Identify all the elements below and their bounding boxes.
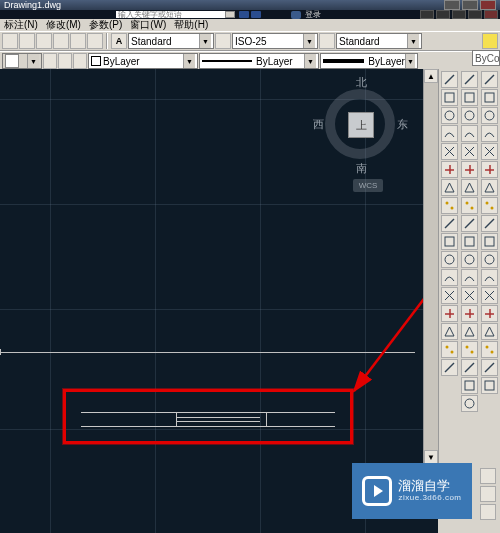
osnap-par-icon[interactable] — [481, 269, 498, 286]
window-max-icon[interactable] — [468, 10, 482, 19]
scroll-up-icon[interactable]: ▲ — [424, 69, 438, 83]
draw-ell2-icon[interactable] — [441, 233, 458, 250]
window-close-icon[interactable] — [484, 10, 498, 19]
draw-hatch-icon[interactable] — [441, 269, 458, 286]
osnap-perp-icon[interactable] — [481, 251, 498, 268]
view-cube-west[interactable]: 西 — [313, 117, 324, 132]
view-cube-east[interactable]: 东 — [397, 117, 408, 132]
draw-ins-icon[interactable] — [441, 359, 458, 376]
table-style-icon[interactable] — [319, 33, 335, 49]
osnap-mid-icon[interactable] — [481, 125, 498, 142]
help-icon[interactable] — [251, 11, 261, 18]
modify-expl-icon[interactable] — [461, 395, 478, 412]
osnap-ins2-icon[interactable] — [481, 287, 498, 304]
linetype-combo[interactable]: ByLayer ▼ — [199, 53, 319, 69]
draw-pline-icon[interactable] — [441, 107, 458, 124]
draw-region-icon[interactable] — [441, 305, 458, 322]
dropdown-style-combo[interactable]: Standard ▼ — [336, 33, 422, 49]
draw-grad-icon[interactable] — [441, 287, 458, 304]
help-button[interactable] — [436, 10, 450, 19]
modify-move-icon[interactable] — [461, 197, 478, 214]
save-icon[interactable] — [36, 33, 52, 49]
modify-rot-icon[interactable] — [461, 215, 478, 232]
scroll-track[interactable] — [424, 83, 438, 450]
new-icon[interactable] — [2, 33, 18, 49]
text-style-combo[interactable]: Standard ▼ — [128, 33, 214, 49]
refresh-icon[interactable] — [482, 33, 498, 49]
menu-help[interactable]: 帮助(H) — [174, 18, 208, 32]
modify-fil-icon[interactable] — [461, 377, 478, 394]
undo-icon[interactable] — [70, 33, 86, 49]
modify-off-icon[interactable] — [461, 161, 478, 178]
layer-combo[interactable]: ByLayer ▼ — [88, 53, 198, 69]
menu-window[interactable]: 窗口(W) — [130, 18, 166, 32]
osnap-qua-icon[interactable] — [481, 215, 498, 232]
menu-dimension[interactable]: 标注(N) — [4, 18, 38, 32]
vertical-scrollbar[interactable]: ▲ ▼ — [423, 69, 438, 464]
restore-button[interactable] — [462, 0, 478, 10]
modify-scale-icon[interactable] — [461, 233, 478, 250]
menu-param[interactable]: 参数(P) — [89, 18, 122, 32]
osnap-cen-icon[interactable] — [481, 197, 498, 214]
osnap-near-icon[interactable] — [481, 323, 498, 340]
search-dropdown[interactable] — [225, 11, 235, 18]
menu-modify[interactable]: 修改(M) — [46, 18, 81, 32]
palette-icon-3[interactable] — [480, 504, 496, 520]
draw-spline-icon[interactable] — [441, 197, 458, 214]
draw-poly-icon[interactable] — [441, 125, 458, 142]
draw-ell-icon[interactable] — [441, 215, 458, 232]
print-icon[interactable] — [53, 33, 69, 49]
wcs-label[interactable]: WCS — [353, 179, 383, 192]
modify-brk-icon[interactable] — [461, 305, 478, 322]
redo-icon[interactable] — [87, 33, 103, 49]
osnap-snap-icon[interactable] — [481, 89, 498, 106]
palette-icon-1[interactable] — [480, 468, 496, 484]
modify-del-icon[interactable] — [461, 107, 478, 124]
text-style-icon[interactable]: A — [111, 33, 127, 49]
lineweight-combo[interactable]: ByLayer ▼ — [320, 53, 418, 69]
dim-style-icon[interactable] — [215, 33, 231, 49]
draw-table-icon[interactable] — [441, 323, 458, 340]
view-cube[interactable]: 上 北 南 东 西 WCS — [313, 77, 408, 172]
draw-line-icon[interactable] — [441, 71, 458, 88]
modify-copy-icon[interactable] — [461, 125, 478, 142]
plot-style-combo[interactable]: ByCol — [472, 50, 500, 66]
draw-circ-icon[interactable] — [441, 179, 458, 196]
osnap-app-icon[interactable] — [481, 161, 498, 178]
modify-dyn-icon[interactable] — [461, 89, 478, 106]
layer-prop-icon[interactable] — [43, 53, 57, 69]
exchange-icon[interactable] — [420, 10, 434, 19]
modify-mir-icon[interactable] — [461, 143, 478, 160]
draw-arc-icon[interactable] — [441, 161, 458, 178]
osnap-tmp-icon[interactable] — [481, 71, 498, 88]
osnap-brush-icon[interactable] — [481, 377, 498, 394]
draw-pt-icon[interactable] — [441, 251, 458, 268]
view-cube-face-top[interactable]: 上 — [348, 112, 374, 138]
min-button[interactable] — [444, 0, 460, 10]
osnap-ext2-icon[interactable] — [481, 179, 498, 196]
osnap-node-icon[interactable] — [481, 305, 498, 322]
draw-rect-icon[interactable] — [441, 143, 458, 160]
modify-join-icon[interactable] — [461, 341, 478, 358]
modify-str-icon[interactable] — [461, 251, 478, 268]
color-combo[interactable]: ▼ — [2, 53, 42, 69]
layer-iso-icon[interactable] — [73, 53, 87, 69]
modify-ext-icon[interactable] — [461, 287, 478, 304]
modify-crop-icon[interactable] — [461, 71, 478, 88]
osnap-osn-icon[interactable] — [481, 359, 498, 376]
palette-icon-2[interactable] — [480, 486, 496, 502]
open-icon[interactable] — [19, 33, 35, 49]
view-cube-south[interactable]: 南 — [356, 161, 367, 176]
modify-arr-icon[interactable] — [461, 179, 478, 196]
layer-state-icon[interactable] — [58, 53, 72, 69]
close-button[interactable] — [480, 0, 496, 10]
scroll-down-icon[interactable]: ▼ — [424, 450, 438, 464]
login-area[interactable]: 登录 — [291, 9, 321, 20]
osnap-int-icon[interactable] — [481, 143, 498, 160]
draw-cline-icon[interactable] — [441, 89, 458, 106]
search-input[interactable] — [116, 11, 225, 18]
osnap-tan-icon[interactable] — [481, 233, 498, 250]
window-min-icon[interactable] — [452, 10, 466, 19]
modify-cham-icon[interactable] — [461, 359, 478, 376]
osnap-end-icon[interactable] — [481, 107, 498, 124]
